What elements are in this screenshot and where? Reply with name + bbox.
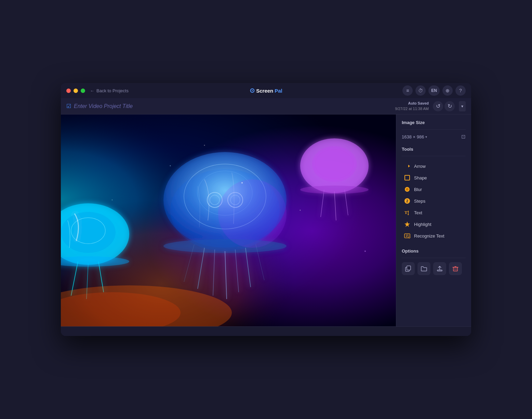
tools-title: Tools	[402, 147, 466, 152]
svg-point-42	[204, 145, 205, 146]
copy-button[interactable]	[402, 262, 415, 275]
app-name-screen: Screen	[256, 88, 273, 94]
app-window: ← Back to Projects ⊙ ScreenPal ≡ ⏱ EN ⊕ …	[61, 83, 471, 336]
highlight-tool-icon	[404, 221, 411, 228]
auto-saved-time: 9/27/22 at 11:38 AM	[395, 106, 429, 111]
image-size-title: Image Size	[402, 120, 466, 125]
text-tool[interactable]: T Text	[402, 207, 466, 218]
header-bar: ☑ Auto Saved 9/27/22 at 11:38 AM ↺ ↻ ▾	[61, 98, 471, 114]
recognize-text-tool-label: Recognize Text	[414, 233, 444, 239]
svg-point-41	[364, 251, 366, 252]
options-section: Options	[402, 248, 466, 275]
image-size-section: Image Size 1638 × 986 ▾ ⊡	[402, 120, 466, 140]
undo-redo-group: ↺ ↻	[433, 101, 455, 111]
back-to-projects-label: Back to Projects	[96, 88, 129, 93]
options-title: Options	[402, 248, 466, 254]
auto-saved-info: Auto Saved 9/27/22 at 11:38 AM	[395, 101, 429, 111]
highlight-tool[interactable]: Highlight	[402, 218, 466, 230]
svg-text:AI: AI	[409, 237, 410, 239]
svg-point-23	[61, 212, 116, 253]
language-button[interactable]: EN	[428, 85, 440, 96]
main-area: Image Size 1638 × 986 ▾ ⊡ Tools	[61, 114, 471, 326]
steps-tool-icon: 2	[404, 198, 411, 204]
undo-button[interactable]: ↺	[433, 101, 443, 111]
title-bar: ← Back to Projects ⊙ ScreenPal ≡ ⏱ EN ⊕ …	[61, 83, 471, 98]
app-logo: ⊙ ScreenPal	[250, 87, 282, 94]
svg-point-47	[406, 188, 409, 191]
right-panel: Image Size 1638 × 986 ▾ ⊡ Tools	[396, 114, 471, 326]
options-buttons-row	[402, 262, 466, 275]
history-icon-button[interactable]: ⏱	[415, 85, 426, 96]
delete-button[interactable]	[449, 262, 462, 275]
crop-button[interactable]: ⊡	[461, 134, 466, 140]
header-dropdown-button[interactable]: ▾	[459, 101, 466, 111]
svg-point-37	[241, 182, 243, 184]
image-size-row: 1638 × 986 ▾ ⊡	[402, 134, 466, 140]
project-title-input[interactable]	[74, 103, 170, 109]
arrow-tool-icon	[404, 163, 411, 170]
title-bar-right: ≡ ⏱ EN ⊕ ?	[402, 85, 466, 96]
svg-rect-45	[405, 175, 410, 180]
arrow-tool-label: Arrow	[414, 164, 426, 169]
export-button[interactable]	[433, 262, 446, 275]
svg-text:2: 2	[406, 199, 408, 203]
timeline-bar[interactable]	[61, 326, 471, 336]
svg-point-34	[300, 186, 369, 194]
auto-saved-label: Auto Saved	[395, 101, 429, 106]
arrow-tool[interactable]: Arrow	[402, 160, 466, 172]
project-title-area: ☑	[66, 103, 395, 109]
blur-tool[interactable]: Blur	[402, 184, 466, 195]
shape-tool-icon	[404, 174, 411, 181]
svg-marker-53	[408, 214, 409, 215]
svg-point-39	[300, 210, 301, 211]
maximize-button[interactable]	[81, 89, 85, 93]
text-tool-label: Text	[414, 210, 422, 215]
list-icon-button[interactable]: ≡	[402, 85, 413, 96]
recognize-text-tool[interactable]: AI Recognize Text	[402, 230, 466, 242]
close-button[interactable]	[66, 89, 71, 93]
svg-point-38	[170, 165, 171, 166]
steps-tool-label: Steps	[414, 199, 425, 204]
svg-point-21	[218, 179, 287, 248]
svg-text:T: T	[404, 210, 408, 215]
canvas-area[interactable]	[61, 114, 396, 326]
shape-tool[interactable]: Shape	[402, 172, 466, 184]
back-to-projects-link[interactable]: ← Back to Projects	[90, 88, 129, 93]
svg-marker-44	[408, 165, 410, 167]
logo-icon: ⊙	[250, 87, 255, 94]
svg-rect-64	[453, 267, 457, 271]
blur-tool-label: Blur	[414, 187, 422, 192]
image-size-dropdown[interactable]: 1638 × 986 ▾	[402, 134, 427, 139]
help-icon-button[interactable]: ?	[455, 85, 466, 96]
divider-2	[402, 156, 466, 156]
svg-point-40	[112, 200, 112, 200]
layers-icon-button[interactable]: ⊕	[442, 85, 453, 96]
back-arrow-icon: ←	[90, 88, 94, 93]
divider-3	[402, 258, 466, 258]
traffic-lights	[66, 89, 85, 93]
svg-point-30	[312, 146, 357, 182]
divider-1	[402, 129, 466, 130]
shape-tool-label: Shape	[414, 175, 427, 180]
header-right: Auto Saved 9/27/22 at 11:38 AM ↺ ↻ ▾	[395, 101, 466, 111]
svg-rect-63	[437, 270, 442, 271]
tools-section: Tools	[402, 147, 466, 242]
image-size-chevron-icon: ▾	[425, 135, 427, 139]
folder-button[interactable]	[417, 262, 430, 275]
minimize-button[interactable]	[74, 89, 78, 93]
highlight-tool-label: Highlight	[414, 222, 431, 227]
recognize-text-tool-icon: AI	[404, 232, 411, 239]
text-tool-icon: T	[404, 209, 411, 216]
redo-button[interactable]: ↻	[444, 101, 455, 111]
project-title-icon: ☑	[66, 103, 71, 109]
blur-tool-icon	[404, 186, 411, 193]
image-size-value-text: 1638 × 986	[402, 134, 424, 139]
svg-marker-52	[408, 211, 409, 212]
svg-rect-61	[407, 266, 411, 270]
steps-tool[interactable]: 2 Steps	[402, 195, 466, 207]
svg-marker-54	[404, 221, 410, 227]
app-name-pal: Pal	[275, 88, 282, 94]
canvas-image	[61, 114, 396, 326]
